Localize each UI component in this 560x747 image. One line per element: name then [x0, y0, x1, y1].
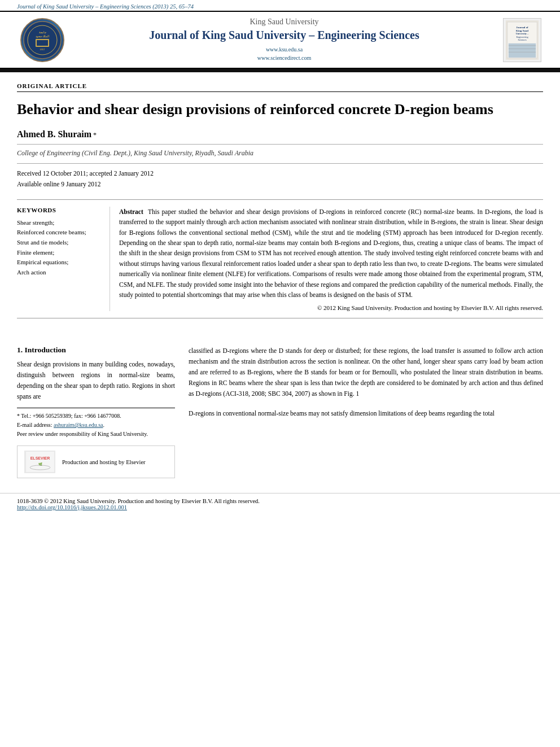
url1[interactable]: www.ksu.edu.sa: [257, 45, 311, 54]
author-name: Ahmed B. Shuraim *: [17, 129, 543, 139]
keywords-list: Shear strength; Reinforced concrete beam…: [17, 218, 100, 278]
dates-separator: [17, 163, 543, 164]
svg-text:King Saud: King Saud: [516, 29, 528, 32]
elsevier-logo-icon: ELSEVIER 🌿: [24, 451, 55, 473]
footnote-section: * Tel.: +966 505259389; fax: +966 146770…: [17, 408, 175, 439]
abstract-copyright: © 2012 King Saud University. Production …: [119, 304, 543, 311]
received-date: Received 12 October 2011; accepted 2 Jan…: [17, 168, 543, 180]
elsevier-box: ELSEVIER 🌿 Production and hosting by Els…: [17, 445, 175, 478]
page: Journal of King Saud University – Engine…: [0, 0, 560, 747]
keyword-4: Finite element;: [17, 248, 100, 258]
keyword-6: Arch action: [17, 268, 100, 278]
section-gap: [17, 330, 543, 346]
footnote-peer-review: Peer review under responsibility of King…: [17, 430, 175, 439]
header-center: King Saud University Journal of King Sau…: [73, 18, 495, 62]
journal-reference: Journal of King Saud University – Engine…: [0, 0, 560, 11]
svg-rect-5: [37, 40, 48, 46]
svg-text:Journal of: Journal of: [516, 25, 528, 28]
elsevier-tagline: Production and hosting by Elsevier: [62, 459, 146, 465]
bottom-copyright-text: 1018-3639 © 2012 King Saud University. P…: [17, 498, 543, 504]
abstract-body: This paper studied the behavior and shea…: [119, 208, 543, 298]
bottom-doi[interactable]: http://dx.doi.org/10.1016/j.jksues.2012.…: [17, 504, 543, 510]
intro-left-column: 1. Introduction Shear design provisions …: [17, 346, 175, 478]
abstract-column: Abstract This paper studied the behavior…: [110, 207, 543, 312]
keywords-column: KEYWORDS Shear strength; Reinforced conc…: [17, 207, 110, 312]
elsevier-logo-right: Journal of King Saud University – Engine…: [501, 18, 543, 62]
journal-header: جامعة الملك سعود 1957 King Saud Universi…: [0, 11, 560, 69]
svg-text:1957: 1957: [40, 48, 46, 51]
article-title: Behavior and shear design provisions of …: [17, 100, 543, 119]
abstract-section: KEYWORDS Shear strength; Reinforced conc…: [17, 199, 543, 319]
keyword-1: Shear strength;: [17, 218, 100, 228]
journal-title: Journal of King Saud University – Engine…: [149, 29, 419, 42]
intro-heading: 1. Introduction: [17, 346, 175, 355]
affiliation-separator: [17, 144, 543, 145]
abstract-label: Abstract: [119, 208, 143, 215]
intro-right-column: classified as D-regions where the D stan…: [189, 346, 543, 478]
ksu-emblem: جامعة الملك سعود 1957: [20, 18, 64, 62]
introduction-section: 1. Introduction Shear design provisions …: [17, 346, 543, 478]
university-name: King Saud University: [250, 18, 318, 27]
url2[interactable]: www.sciencedirect.com: [257, 54, 311, 62]
main-content: ORIGINAL ARTICLE Behavior and shear desi…: [0, 72, 560, 484]
ksu-logo-left: جامعة الملك سعود 1957: [17, 18, 68, 62]
svg-text:جامعة: جامعة: [39, 31, 46, 34]
dates: Received 12 October 2011; accepted 2 Jan…: [17, 168, 543, 190]
svg-text:ELSEVIER: ELSEVIER: [30, 456, 50, 460]
abstract-text: Abstract This paper studied the behavior…: [119, 207, 543, 300]
svg-rect-18: [26, 452, 54, 472]
svg-text:Sciences: Sciences: [518, 38, 527, 41]
ksu-logo-svg: جامعة الملك سعود 1957: [23, 21, 62, 59]
intro-left-text: Shear design provisions in many building…: [17, 359, 175, 402]
article-type-label: ORIGINAL ARTICLE: [17, 82, 543, 92]
bottom-copyright-bar: 1018-3639 © 2012 King Saud University. P…: [0, 493, 560, 514]
footnote-email-link[interactable]: ashuraim@ksu.edu.sa: [54, 422, 103, 428]
footnote-email: E-mail address: ashuraim@ksu.edu.sa.: [17, 421, 175, 430]
journal-urls: www.ksu.edu.sa www.sciencedirect.com: [257, 45, 311, 62]
author-affiliation: College of Engineering (Civil Eng. Dept.…: [17, 149, 543, 158]
keywords-title: KEYWORDS: [17, 207, 100, 213]
keyword-2: Reinforced concrete beams;: [17, 228, 100, 238]
keyword-5: Empirical equations;: [17, 257, 100, 268]
intro-right-text-1: classified as D-regions where the D stan…: [189, 346, 543, 399]
footnote-tel: * Tel.: +966 505259389; fax: +966 146770…: [17, 412, 175, 421]
keyword-3: Strut and tie models;: [17, 238, 100, 248]
journal-cover-thumbnail: Journal of King Saud University – Engine…: [503, 18, 541, 62]
svg-text:🌿: 🌿: [38, 462, 42, 466]
intro-right-text-2: D-regions in conventional normal-size be…: [189, 408, 543, 419]
svg-text:University –: University –: [515, 32, 528, 35]
available-date: Available online 9 January 2012: [17, 179, 543, 190]
